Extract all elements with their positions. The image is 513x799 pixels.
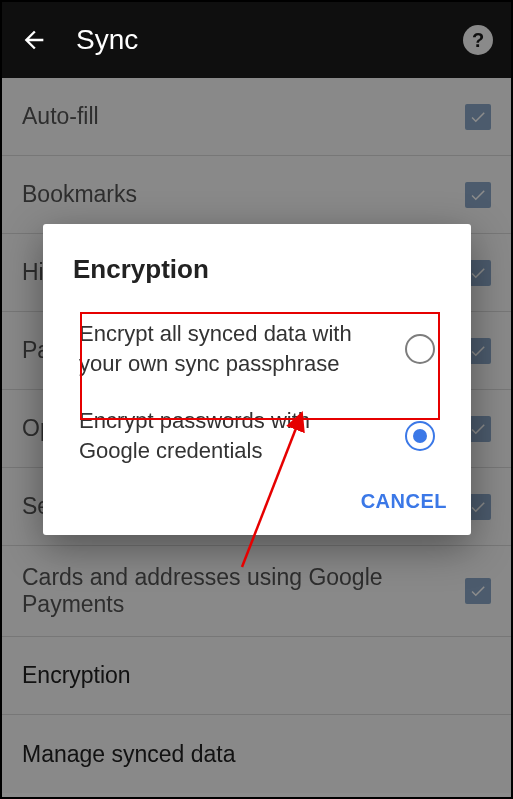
option-label: Encrypt passwords with Google credential… [79,406,369,465]
back-icon[interactable] [20,26,48,54]
option-own-passphrase[interactable]: Encrypt all synced data with your own sy… [61,305,453,392]
encryption-dialog: Encryption Encrypt all synced data with … [43,224,471,535]
cancel-button[interactable]: CANCEL [361,490,447,513]
page-title: Sync [76,24,138,56]
option-label: Encrypt all synced data with your own sy… [79,319,369,378]
option-google-credentials[interactable]: Encrypt passwords with Google credential… [61,392,453,479]
radio-icon[interactable] [405,334,435,364]
app-header: Sync ? [2,2,511,78]
dialog-title: Encryption [43,224,471,305]
radio-icon[interactable] [405,421,435,451]
help-icon[interactable]: ? [463,25,493,55]
